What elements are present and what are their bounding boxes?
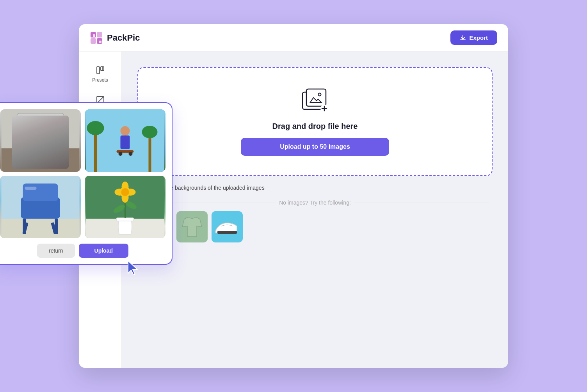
svg-point-42 [119,152,123,156]
logo-icon [90,31,103,45]
flower-svg [85,176,165,238]
svg-rect-37 [149,133,151,172]
svg-rect-25 [217,231,237,234]
svg-point-38 [142,126,158,138]
app-title: PackPic [107,33,140,43]
svg-point-64 [121,188,129,196]
svg-rect-32 [21,117,29,137]
sample-images [141,211,489,242]
svg-rect-40 [121,135,130,149]
svg-rect-31 [54,144,57,152]
svg-rect-35 [94,129,97,172]
sidebar-item-presets[interactable]: Presets [83,61,118,87]
sample-shirt-image[interactable] [176,211,208,242]
grid-image-flower [85,176,165,238]
card-buttons: return Upload [0,244,165,258]
sample-shoes-image[interactable] [212,211,243,242]
logo: PackPic [90,31,140,45]
svg-rect-45 [2,219,80,238]
cursor [126,260,141,276]
card-upload-button[interactable]: Upload [79,244,128,258]
app-window: PackPic Export Presets [79,24,508,368]
svg-rect-1 [97,32,102,37]
upload-button[interactable]: Upload up to 50 images [241,138,389,156]
export-icon [460,35,466,41]
svg-rect-6 [97,67,100,74]
no-images-title: No images? Try the following: [141,200,489,206]
grid-image-skater [85,109,165,172]
upload-images-icon [299,87,331,115]
svg-rect-5 [99,41,101,43]
presets-icon [96,66,105,75]
svg-rect-28 [17,113,64,166]
grid-image-fridge [0,109,81,172]
no-images-section: No images? Try the following: [137,200,493,242]
content-area: Drag and drop file here Upload up to 50 … [122,52,508,368]
chair-svg [0,176,81,238]
svg-rect-30 [54,119,57,129]
presets-label: Presets [92,77,108,83]
floating-card: return Upload [0,102,173,265]
grid-image-chair [0,176,81,238]
svg-rect-4 [93,34,95,37]
svg-point-43 [129,152,133,156]
fridge-svg [0,109,81,172]
svg-rect-52 [25,187,37,190]
svg-point-36 [87,121,104,135]
svg-rect-27 [2,148,80,172]
svg-rect-2 [91,38,96,44]
svg-rect-47 [23,184,58,201]
svg-rect-12 [306,89,326,106]
skater-svg [85,109,165,172]
svg-rect-55 [117,218,134,221]
drag-drop-text: Drag and drop file here [272,122,358,131]
svg-rect-26 [2,109,80,172]
checkbox-row[interactable]: Remove backgrounds of the uploaded image… [137,184,493,192]
return-button[interactable]: return [37,244,75,258]
shoes-svg [212,211,243,242]
image-grid [0,109,165,238]
header: PackPic Export [79,24,508,52]
upload-zone[interactable]: Drag and drop file here Upload up to 50 … [137,67,493,176]
shirt-svg [176,211,208,242]
svg-point-39 [121,126,130,135]
export-button[interactable]: Export [450,30,497,45]
